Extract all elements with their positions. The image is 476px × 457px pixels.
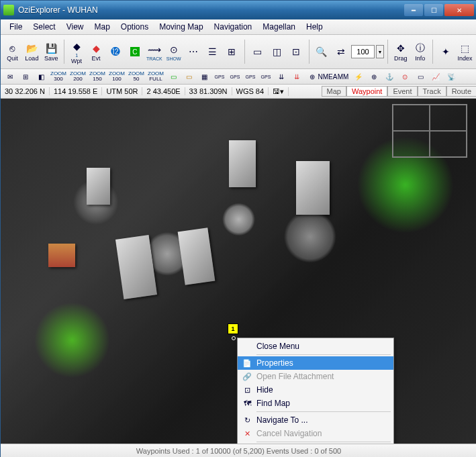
ctx-close-menu[interactable]: Close Menu: [238, 340, 393, 353]
app-icon: [3, 5, 14, 15]
-button[interactable]: ⇄: [332, 38, 350, 65]
ctx-properties[interactable]: 📄Properties: [238, 356, 393, 370]
tb2-button[interactable]: GPS: [259, 70, 273, 83]
-button[interactable]: ⋯: [184, 38, 202, 65]
index-button[interactable]: ⬚Index: [456, 38, 474, 65]
-button[interactable]: 🔍: [313, 38, 331, 65]
tb2-button[interactable]: ⊕: [305, 70, 319, 83]
context-icon: 📄: [240, 358, 254, 368]
context-separator: [256, 354, 391, 355]
tb2-button[interactable]: ⇊: [290, 70, 303, 83]
toolbar-icon: ⋯: [187, 45, 200, 58]
menu-view[interactable]: View: [62, 21, 89, 33]
tb2-button[interactable]: ▭: [414, 70, 427, 83]
c-button[interactable]: C: [126, 38, 144, 65]
toolbar-icon: ⊞: [225, 45, 238, 58]
menu-magellan[interactable]: Magellan: [258, 21, 300, 33]
tb2-button[interactable]: ⚡: [352, 70, 365, 83]
zoom-50-button[interactable]: ZOOM50: [128, 70, 145, 83]
disk-icon[interactable]: 🖫▾: [269, 87, 289, 96]
tb2-button[interactable]: ⊞: [19, 70, 32, 83]
toolbar-icon: ◆: [89, 42, 103, 55]
drag-button[interactable]: ✥Drag: [391, 38, 410, 65]
toolbar-label: Evt: [92, 55, 101, 62]
toolbar-icon: ◆: [70, 40, 83, 53]
save-button[interactable]: 💾Save: [42, 38, 60, 65]
tb2-button[interactable]: 📈: [429, 70, 442, 83]
overview-panel[interactable]: [392, 104, 467, 158]
maximize-button[interactable]: ☐: [424, 4, 443, 16]
zoom-300-button[interactable]: ZOOM300: [50, 70, 67, 83]
waypoint-anchor: [232, 336, 236, 340]
tb2-button[interactable]: 📡: [444, 70, 458, 83]
ctx-find-map[interactable]: 🗺Find Map: [238, 397, 393, 410]
zoom-100-button[interactable]: ZOOM100: [108, 70, 126, 83]
latitude-cell: 30 32.206 N: [1, 87, 50, 95]
zoom-full-button[interactable]: ZOOMFULL: [147, 70, 164, 83]
map-view[interactable]: 1 Close Menu📄Properties🔗Open File Attach…: [1, 99, 476, 444]
context-label: Find Map: [256, 399, 290, 408]
toolbar-icon: C: [130, 47, 140, 56]
tb2-button[interactable]: GPS: [244, 70, 257, 83]
-button[interactable]: ⊞: [223, 38, 241, 65]
-button[interactable]: ▭: [248, 38, 267, 65]
-button[interactable]: ☰: [203, 38, 222, 65]
waypoint-marker[interactable]: 1: [228, 323, 238, 334]
tb2-button[interactable]: ✉: [3, 70, 17, 83]
toolbar-icon: ⓬: [109, 45, 122, 58]
mode-event-button[interactable]: Event: [387, 86, 417, 97]
-button[interactable]: ⊙SHOW: [164, 38, 183, 65]
tb2-button[interactable]: ⚓: [383, 70, 396, 83]
tb2-button[interactable]: NMEA: [321, 70, 334, 83]
tb2-button[interactable]: GPS: [213, 70, 226, 83]
mode-map-button[interactable]: Map: [322, 86, 346, 97]
status-bar: 30 32.206 N 114 19.558 E UTM 50R 2 43.45…: [1, 85, 476, 99]
ctx-navigate-to[interactable]: ↻Navigate To ...: [238, 413, 393, 427]
menu-moving-map[interactable]: Moving Map: [154, 21, 207, 33]
info-button[interactable]: ⓘInfo: [411, 38, 429, 65]
tb2-button[interactable]: ⊕: [367, 70, 381, 83]
quit-button[interactable]: ⎋Quit: [3, 38, 21, 65]
context-separator: [256, 411, 391, 412]
toolbar-icon: ◫: [270, 45, 283, 58]
northing-cell: 33 81.309N: [185, 87, 232, 95]
load-button[interactable]: 📂Load: [23, 38, 41, 65]
-button[interactable]: ⓬: [107, 38, 125, 65]
ctx-cancel-navigation: ✕Cancel Navigation: [238, 427, 393, 440]
tb2-button[interactable]: ▦: [197, 70, 211, 83]
tb2-button[interactable]: ⇊: [275, 70, 288, 83]
mode-waypoint-button[interactable]: Waypoint: [346, 86, 387, 97]
menu-help[interactable]: Help: [301, 21, 328, 33]
tb2-button[interactable]: ▭: [166, 70, 180, 83]
evt-button[interactable]: ◆Evt: [87, 38, 105, 65]
toolbar-icon: ⬚: [458, 42, 471, 55]
mode-route-button[interactable]: Route: [446, 86, 476, 97]
menu-map[interactable]: Map: [90, 21, 115, 33]
tb2-button[interactable]: ⊙: [398, 70, 412, 83]
zoom-200-button[interactable]: ZOOM200: [69, 70, 87, 83]
-button[interactable]: ✦: [436, 38, 455, 65]
separator: [387, 40, 388, 64]
mode-track-button[interactable]: Track: [418, 86, 446, 97]
tb2-button[interactable]: MM: [336, 70, 350, 83]
toolbar-icon: ⊙: [167, 43, 181, 56]
tb2-button[interactable]: ◧: [34, 70, 48, 83]
ctx-hide[interactable]: ⊡Hide: [238, 383, 393, 397]
zoom-150-button[interactable]: ZOOM150: [89, 70, 106, 83]
window-title: OziExplorer - WUHAN: [18, 5, 404, 15]
toolbar-label: Quit: [7, 55, 18, 62]
close-button[interactable]: ✕: [444, 4, 474, 16]
-button[interactable]: ◫: [268, 38, 286, 65]
menu-file[interactable]: File: [5, 21, 27, 33]
menu-navigation[interactable]: Navigation: [209, 21, 257, 33]
menu-options[interactable]: Options: [116, 21, 153, 33]
-button[interactable]: ⟿TRACK: [145, 38, 163, 65]
minimize-button[interactable]: ━: [404, 4, 423, 16]
zoom-percent-input[interactable]: 100: [351, 45, 374, 58]
tb2-button[interactable]: GPS: [228, 70, 242, 83]
tb2-button[interactable]: ▭: [182, 70, 195, 83]
-button[interactable]: ⊡: [287, 38, 305, 65]
zoom-dropdown[interactable]: ▼: [376, 45, 385, 58]
menu-select[interactable]: Select: [28, 21, 60, 33]
wpt-button[interactable]: ◆1Wpt: [68, 38, 86, 65]
